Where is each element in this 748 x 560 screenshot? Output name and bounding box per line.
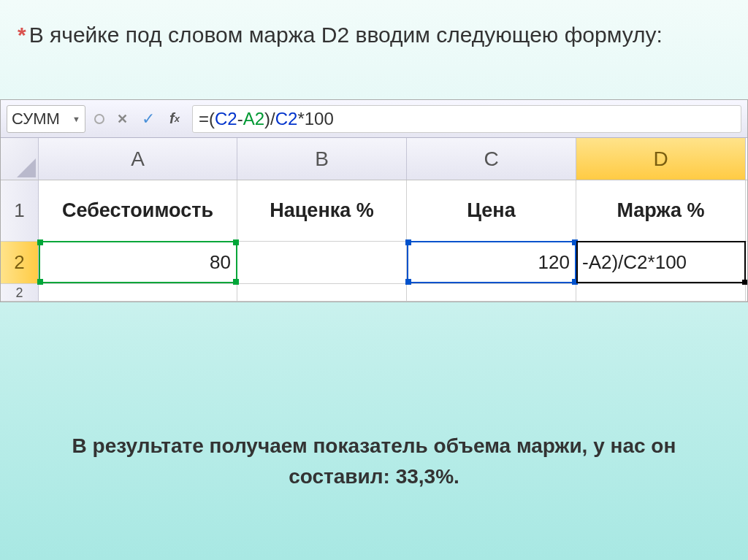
name-box-value: СУММ bbox=[12, 110, 60, 129]
row-1: 1 Себестоимость Наценка % Цена Маржа % bbox=[1, 180, 747, 242]
excel-window: СУММ ▼ ✕ ✓ fx =(C2-A2)/C2*100 A B C D 1 … bbox=[0, 99, 748, 302]
col-header-D[interactable]: D bbox=[576, 138, 746, 180]
cell-B2[interactable] bbox=[237, 242, 407, 283]
asterisk-bullet: * bbox=[18, 23, 26, 47]
fx-icon[interactable]: fx bbox=[166, 110, 183, 128]
cell-B1[interactable]: Наценка % bbox=[237, 180, 407, 241]
cell-A3[interactable] bbox=[39, 284, 237, 301]
cell-A1[interactable]: Себестоимость bbox=[39, 180, 237, 241]
name-box[interactable]: СУММ ▼ bbox=[7, 105, 85, 133]
formula-bar-icons: ✕ ✓ fx bbox=[94, 110, 183, 128]
enter-icon[interactable]: ✓ bbox=[140, 110, 157, 128]
cancel-icon[interactable]: ✕ bbox=[113, 110, 131, 128]
select-all-corner[interactable] bbox=[1, 138, 39, 180]
column-headers-row: A B C D bbox=[1, 138, 747, 180]
cell-D2[interactable]: -A2)/C2*100 bbox=[576, 242, 746, 283]
slide-title-text: В ячейке под словом маржа D2 вводим след… bbox=[29, 23, 663, 47]
spreadsheet-grid: A B C D 1 Себестоимость Наценка % Цена М… bbox=[1, 138, 747, 302]
record-icon[interactable] bbox=[94, 114, 104, 124]
col-header-A[interactable]: A bbox=[39, 138, 237, 180]
cell-C1[interactable]: Цена bbox=[407, 180, 576, 241]
slide-title: *В ячейке под словом маржа D2 вводим сле… bbox=[18, 20, 730, 49]
row-2: 2 80 120 -A2)/C2*100 bbox=[1, 242, 747, 284]
cell-B3[interactable] bbox=[237, 284, 407, 301]
formula-bar: СУММ ▼ ✕ ✓ fx =(C2-A2)/C2*100 bbox=[1, 100, 747, 138]
conclusion-line2: составил: 33,3%. bbox=[29, 461, 719, 492]
dropdown-icon[interactable]: ▼ bbox=[72, 115, 80, 123]
row-header-1[interactable]: 1 bbox=[1, 180, 39, 241]
cell-D1[interactable]: Маржа % bbox=[576, 180, 746, 241]
col-header-B[interactable]: B bbox=[237, 138, 407, 180]
cell-A2[interactable]: 80 bbox=[39, 242, 237, 283]
cell-D3[interactable] bbox=[576, 284, 746, 301]
formula-input[interactable]: =(C2-A2)/C2*100 bbox=[192, 105, 741, 133]
row-3-partial: 2 bbox=[1, 284, 747, 302]
conclusion-line1: В результате получаем показатель объема … bbox=[29, 431, 719, 461]
slide-conclusion: В результате получаем показатель объема … bbox=[29, 431, 719, 492]
formula-text: =(C2-A2)/C2*100 bbox=[199, 109, 334, 129]
col-header-C[interactable]: C bbox=[407, 138, 576, 180]
row-header-3[interactable]: 2 bbox=[1, 284, 39, 301]
row-header-2[interactable]: 2 bbox=[1, 242, 39, 283]
cell-C2[interactable]: 120 bbox=[407, 242, 576, 283]
cell-C3[interactable] bbox=[407, 284, 576, 301]
